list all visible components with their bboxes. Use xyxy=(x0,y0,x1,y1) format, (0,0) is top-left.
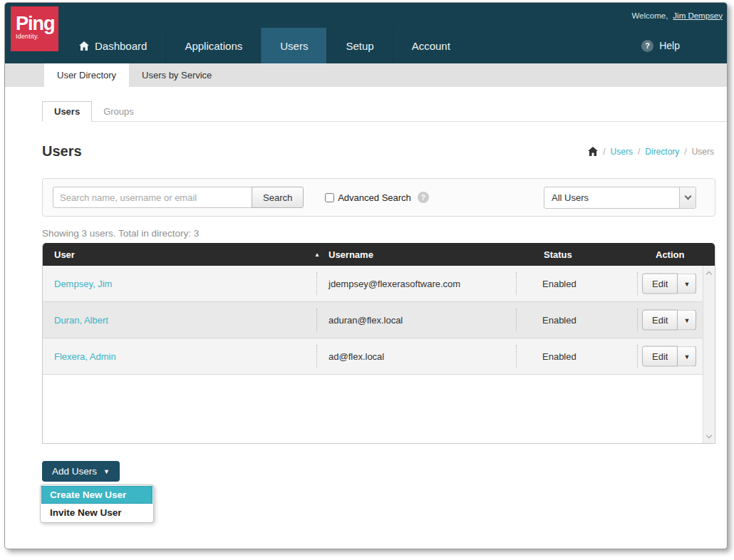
users-table: User ▲ Username Status Action Dempsey, J… xyxy=(42,243,715,444)
subtab-label: Groups xyxy=(103,106,134,117)
nav-item-setup[interactable]: Setup xyxy=(326,28,392,63)
edit-button[interactable]: Edit xyxy=(642,310,678,331)
table-body: Dempsey, Jim jdempsey@flexerasoftware.co… xyxy=(43,266,703,375)
table-row: Flexera, Admin ad@flex.local Enabled Edi… xyxy=(43,338,703,375)
table-header-row: User ▲ Username Status Action xyxy=(43,243,715,266)
nav-item-label: Users xyxy=(280,40,308,52)
primary-tabstrip: User Directory Users by Service xyxy=(5,63,727,87)
tab-label: Users by Service xyxy=(142,70,212,81)
edit-split-button: Edit ▼ xyxy=(642,346,696,367)
user-filter-select[interactable]: All Users xyxy=(544,187,696,209)
edit-dropdown-caret[interactable]: ▼ xyxy=(678,274,696,294)
column-divider xyxy=(316,345,317,368)
menu-item-create-new-user[interactable]: Create New User xyxy=(41,486,153,504)
breadcrumb-users-link[interactable]: Users xyxy=(611,147,633,157)
status-cell: Enabled xyxy=(542,351,577,362)
brand-name: Ping xyxy=(16,14,58,33)
nav-item-label: Applications xyxy=(185,40,242,52)
nav-item-label: Setup xyxy=(346,40,373,52)
menu-item-invite-new-user[interactable]: Invite New User xyxy=(41,504,153,522)
column-header-username[interactable]: Username xyxy=(329,249,373,260)
search-input[interactable] xyxy=(53,187,252,208)
table-scrollbar[interactable] xyxy=(703,266,715,443)
nav-item-account[interactable]: Account xyxy=(393,28,469,63)
username-cell: jdempsey@flexerasoftware.com xyxy=(329,279,460,289)
column-divider xyxy=(637,272,638,295)
advanced-search-help-icon[interactable]: ? xyxy=(418,192,429,203)
table-row: Dempsey, Jim jdempsey@flexerasoftware.co… xyxy=(43,266,703,302)
column-divider xyxy=(316,308,317,331)
ping-identity-logo[interactable]: Ping Identity. xyxy=(11,6,58,51)
column-divider xyxy=(516,345,517,368)
edit-split-button: Edit ▼ xyxy=(642,310,696,331)
tab-users-by-service[interactable]: Users by Service xyxy=(129,63,224,87)
results-summary: Showing 3 users. Total in directory: 3 xyxy=(42,228,715,239)
main-nav: Dashboard Applications Users Setup Accou… xyxy=(5,28,727,63)
subtab-groups[interactable]: Groups xyxy=(92,102,145,121)
filter-selected-value: All Users xyxy=(544,192,679,203)
column-header-user[interactable]: User xyxy=(54,249,75,260)
title-row: Users / Users / Directory / Users xyxy=(42,143,715,160)
app-window: Ping Identity. Welcome, Jim Dempsey Dash… xyxy=(4,2,728,549)
advanced-search-checkbox[interactable] xyxy=(325,193,334,202)
status-cell: Enabled xyxy=(542,279,577,289)
column-divider xyxy=(516,308,517,331)
add-users-button[interactable]: Add Users ▼ xyxy=(42,461,120,482)
tab-user-directory[interactable]: User Directory xyxy=(44,63,129,87)
username-cell: ad@flex.local xyxy=(329,351,384,362)
column-divider xyxy=(516,272,517,295)
current-user-link[interactable]: Jim Dempsey xyxy=(673,11,723,20)
breadcrumb-separator: / xyxy=(638,147,640,157)
nav-item-users[interactable]: Users xyxy=(261,28,326,63)
column-divider xyxy=(637,308,638,331)
chevron-down-icon: ▼ xyxy=(103,468,110,475)
nav-item-label: Account xyxy=(412,40,450,52)
advanced-search-group: Advanced Search ? xyxy=(325,192,429,203)
user-name-link[interactable]: Duran, Albert xyxy=(54,315,108,326)
add-users-menu: Create New User Invite New User xyxy=(40,484,154,523)
status-cell: Enabled xyxy=(542,315,577,326)
nav-item-dashboard[interactable]: Dashboard xyxy=(61,28,165,63)
user-name-link[interactable]: Dempsey, Jim xyxy=(54,279,112,289)
column-header-status[interactable]: Status xyxy=(544,249,572,260)
secondary-tabstrip: Users Groups xyxy=(42,101,727,122)
subtab-label: Users xyxy=(54,106,80,117)
tab-label: User Directory xyxy=(57,70,116,81)
edit-dropdown-caret[interactable]: ▼ xyxy=(678,310,696,331)
breadcrumb-directory-link[interactable]: Directory xyxy=(645,147,679,157)
page-title: Users xyxy=(42,143,82,160)
help-button[interactable]: ? Help xyxy=(641,28,680,63)
sort-ascending-icon[interactable]: ▲ xyxy=(314,252,320,258)
nav-item-label: Dashboard xyxy=(95,40,147,52)
add-users-group: Add Users ▼ Create New User Invite New U… xyxy=(42,461,185,482)
edit-split-button: Edit ▼ xyxy=(642,274,696,294)
add-users-label: Add Users xyxy=(52,466,97,477)
chevron-down-icon xyxy=(679,187,696,208)
top-strip: Welcome, Jim Dempsey xyxy=(5,3,727,28)
subtab-users[interactable]: Users xyxy=(42,101,92,122)
help-icon: ? xyxy=(641,40,653,52)
welcome-label: Welcome, xyxy=(631,11,668,20)
nav-item-applications[interactable]: Applications xyxy=(165,28,261,63)
scroll-up-icon[interactable] xyxy=(703,267,715,279)
table-row: Duran, Albert aduran@flex.local Enabled … xyxy=(43,302,703,338)
breadcrumb-current: Users xyxy=(692,147,714,157)
breadcrumb-separator: / xyxy=(603,147,605,157)
username-cell: aduran@flex.local xyxy=(329,315,403,326)
edit-button[interactable]: Edit xyxy=(642,346,678,367)
content-area: Users Groups Users / Users / Directory /… xyxy=(5,101,727,482)
user-name-link[interactable]: Flexera, Admin xyxy=(54,351,116,362)
breadcrumb-home-icon[interactable] xyxy=(588,147,598,156)
home-icon xyxy=(79,41,89,51)
column-header-action: Action xyxy=(656,249,684,260)
search-button[interactable]: Search xyxy=(252,187,304,208)
scroll-down-icon[interactable] xyxy=(703,430,715,442)
edit-dropdown-caret[interactable]: ▼ xyxy=(678,346,696,367)
search-panel: Search Advanced Search ? All Users xyxy=(42,178,715,217)
breadcrumb: / Users / Directory / Users xyxy=(588,147,714,157)
advanced-search-label: Advanced Search xyxy=(338,192,411,203)
edit-button[interactable]: Edit xyxy=(642,274,678,294)
help-label: Help xyxy=(659,40,680,51)
breadcrumb-separator: / xyxy=(684,147,686,157)
header: Ping Identity. Welcome, Jim Dempsey Dash… xyxy=(5,3,727,63)
